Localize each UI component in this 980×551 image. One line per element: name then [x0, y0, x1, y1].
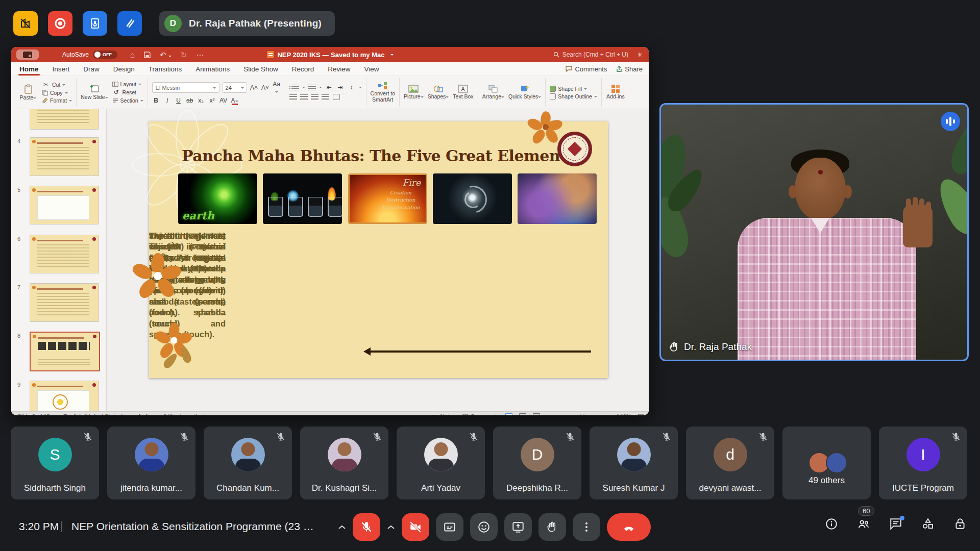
camera-options-chevron[interactable]: [387, 524, 395, 530]
ribbon-tab[interactable]: Insert: [53, 62, 70, 76]
accessibility-status[interactable]: Accessibility: Investigate: [137, 413, 209, 415]
home-icon[interactable]: ⌂: [130, 51, 135, 59]
ribbon-tab[interactable]: Animations: [195, 62, 230, 76]
present-button[interactable]: [504, 513, 532, 541]
participant-tile[interactable]: Dr. Kushagri Si...: [300, 427, 388, 499]
reactions-button[interactable]: [470, 513, 498, 541]
save-icon[interactable]: [144, 52, 151, 58]
comments-status-button[interactable]: Comments: [462, 413, 499, 415]
transcript-app-icon[interactable]: [83, 11, 107, 36]
info-button[interactable]: [825, 517, 838, 531]
slideshow-view-button[interactable]: [533, 413, 540, 415]
shape-outline-button[interactable]: Shape Outline: [550, 93, 597, 99]
shape-fill-button[interactable]: Shape Fill: [550, 86, 597, 92]
document-title[interactable]: NEP 2020 IKS — Saved to my Mac: [266, 51, 393, 59]
presenter-video-tile[interactable]: Dr. Raja Pathak: [659, 103, 969, 361]
align-right-button[interactable]: [311, 94, 318, 100]
slide-number-status[interactable]: Slide 8 of 15: [17, 413, 50, 415]
ribbon-tab[interactable]: Design: [113, 62, 135, 76]
cut-button[interactable]: ✂Cut: [42, 81, 72, 88]
zoom-out-button[interactable]: −: [547, 413, 550, 415]
camera-toggle-button[interactable]: [402, 513, 429, 541]
line-spacing-button[interactable]: ↕: [348, 84, 356, 91]
ribbon-tab[interactable]: Review: [328, 62, 350, 76]
ribbon-tab[interactable]: Slide Show: [243, 62, 278, 76]
participant-tile[interactable]: I IUCTE Program: [879, 427, 967, 499]
align-left-button[interactable]: [289, 94, 297, 100]
character-spacing-button[interactable]: AV: [219, 97, 228, 104]
bullets-button[interactable]: [289, 85, 299, 90]
indent-decrease-button[interactable]: ⇤: [325, 84, 333, 91]
activities-button[interactable]: [921, 517, 935, 531]
convert-smartart-button[interactable]: Convert toSmartArt: [371, 82, 395, 103]
italic-button[interactable]: I: [163, 97, 172, 105]
slide-sorter-view-button[interactable]: [519, 413, 526, 415]
reset-button[interactable]: ↺Reset: [112, 89, 143, 96]
autosave-toggle[interactable]: OFF: [93, 51, 117, 59]
ribbon-tab[interactable]: Home: [19, 62, 39, 76]
grow-font-button[interactable]: A˄: [250, 84, 258, 91]
numbering-button[interactable]: [308, 85, 316, 90]
add-ins-button[interactable]: Add-ins: [606, 85, 625, 100]
participant-tile[interactable]: 49 others: [782, 427, 871, 499]
presenter-pill[interactable]: D Dr. Raja Pathak (Presenting): [159, 11, 335, 36]
participant-tile[interactable]: D Deepshikha R...: [493, 427, 581, 499]
sparkle-icon[interactable]: ✳: [637, 51, 643, 59]
zoom-in-button[interactable]: +: [606, 413, 610, 415]
underline-button[interactable]: U: [175, 97, 183, 104]
indent-increase-button[interactable]: ⇥: [336, 84, 345, 91]
align-center-button[interactable]: [300, 94, 308, 100]
mic-toggle-button[interactable]: [353, 513, 380, 541]
share-button[interactable]: Share: [616, 65, 643, 73]
font-color-button[interactable]: A: [231, 97, 239, 104]
format-painter-button[interactable]: Format: [42, 97, 72, 104]
people-button[interactable]: 60: [857, 517, 870, 531]
strikethrough-button[interactable]: ab: [186, 97, 194, 104]
captions-button[interactable]: [436, 513, 463, 541]
subscript-button[interactable]: x₂: [197, 97, 205, 104]
backdrops-app-icon[interactable]: [13, 11, 38, 36]
search-box[interactable]: Search (Cmd + Ctrl + U): [553, 51, 628, 58]
annotate-app-icon[interactable]: [117, 11, 142, 36]
ribbon-tab[interactable]: View: [364, 62, 379, 76]
redo-icon[interactable]: ↻: [181, 51, 187, 59]
section-button[interactable]: Section: [112, 97, 143, 104]
superscript-button[interactable]: x²: [208, 97, 216, 104]
fit-to-window-icon[interactable]: [638, 414, 644, 416]
new-slide-button[interactable]: New Slide: [81, 84, 108, 101]
participant-tile[interactable]: d devyani awast...: [686, 427, 774, 499]
more-options-button[interactable]: [573, 513, 600, 541]
change-case-button[interactable]: Aa: [273, 81, 281, 95]
font-size-select[interactable]: 24: [223, 82, 247, 93]
paste-button[interactable]: Paste: [18, 84, 38, 101]
language-status[interactable]: English (United States): [63, 413, 124, 415]
participant-tile[interactable]: Arti Yadav: [397, 427, 485, 499]
participant-tile[interactable]: jitendra kumar...: [107, 427, 195, 499]
ribbon-tab[interactable]: Record: [292, 62, 314, 76]
comments-button[interactable]: Comments: [566, 65, 607, 73]
host-controls-button[interactable]: [953, 517, 967, 531]
shapes-button[interactable]: Shapes: [428, 85, 449, 100]
participant-tile[interactable]: S Siddharth Singh: [11, 427, 99, 499]
bold-button[interactable]: B: [152, 97, 160, 104]
record-app-icon[interactable]: [48, 11, 72, 36]
arrange-button[interactable]: Arrange: [482, 85, 504, 100]
zoom-level[interactable]: 146%: [617, 413, 631, 415]
participant-tile[interactable]: Chandan Kum...: [204, 427, 292, 499]
notes-button[interactable]: Notes: [432, 413, 455, 415]
shrink-font-button[interactable]: A˅: [261, 84, 270, 91]
participant-tile[interactable]: Suresh Kumar J: [590, 427, 678, 499]
ribbon-tab[interactable]: Draw: [83, 62, 100, 76]
font-name-select[interactable]: El Messiri: [152, 82, 219, 93]
columns-button[interactable]: [332, 93, 340, 101]
raise-hand-button[interactable]: [538, 513, 566, 541]
text-box-button[interactable]: A Text Box: [453, 85, 473, 100]
more-commands-icon[interactable]: ⋯: [196, 51, 204, 59]
end-call-button[interactable]: [607, 513, 651, 541]
layout-button[interactable]: Layout: [112, 81, 143, 87]
undo-icon[interactable]: ↶: [160, 51, 172, 59]
normal-view-button[interactable]: [505, 413, 512, 415]
quick-styles-button[interactable]: Quick Styles: [508, 85, 541, 100]
picture-button[interactable]: Picture: [404, 85, 424, 100]
ribbon-tab[interactable]: Transitions: [149, 62, 182, 76]
